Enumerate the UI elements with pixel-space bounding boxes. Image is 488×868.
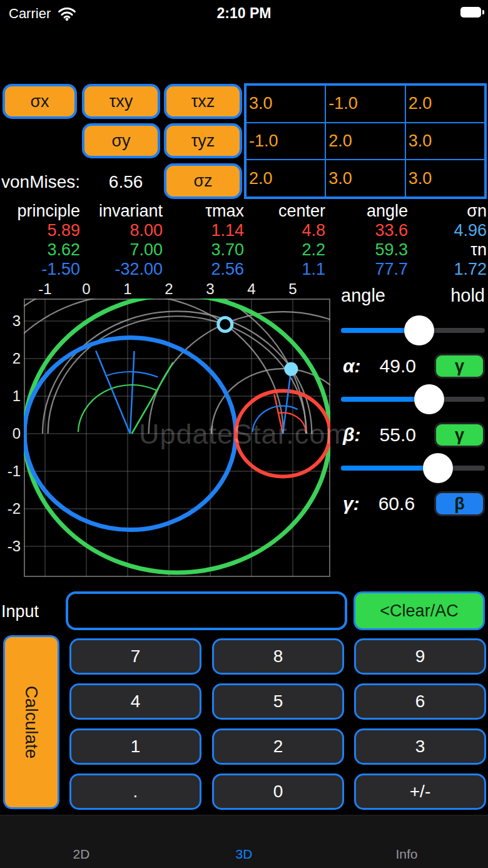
result-cell: 77.7 <box>325 260 408 279</box>
y-tick-label: -1 <box>0 462 21 480</box>
results-row: 5.898.001.144.833.64.96 <box>0 221 487 240</box>
tau-yz-button[interactable]: τyz <box>164 123 242 158</box>
y-tick-label: -3 <box>0 538 21 555</box>
result-cell: 1.14 <box>163 221 244 240</box>
construction-line <box>96 350 130 434</box>
angle-arc <box>252 406 297 432</box>
tab-2d[interactable]: 2D <box>31 847 131 862</box>
clear-ac-button[interactable]: <Clear/AC <box>353 591 485 630</box>
matrix-cell: 3.0 <box>405 160 485 197</box>
von-mises-row: vonMises: 6.56 <box>1 172 143 192</box>
carrier-label: Carrier <box>9 6 51 22</box>
result-cell: 4.8 <box>244 221 325 240</box>
key-8[interactable]: 8 <box>212 638 344 675</box>
mohr-circle-chart <box>24 299 330 577</box>
result-cell: angle <box>325 202 408 221</box>
tab-info[interactable]: Info <box>357 847 457 862</box>
matrix-cell: 3.0 <box>405 123 485 160</box>
alpha-slider[interactable] <box>341 315 485 345</box>
key-2[interactable]: 2 <box>212 728 344 765</box>
tab-bar: 2D3DInfo <box>0 815 488 868</box>
key-1[interactable]: 1 <box>69 728 201 765</box>
input-field[interactable] <box>66 591 347 630</box>
gamma-slider[interactable] <box>341 453 485 483</box>
sigma1-sigma3-circle <box>24 299 330 573</box>
slider-thumb[interactable] <box>414 384 444 414</box>
x-tick-label: -1 <box>33 280 58 298</box>
tau-xz-button[interactable]: τxz <box>164 84 242 119</box>
y-tick-label: 3 <box>0 312 21 330</box>
input-label: Input <box>1 602 39 621</box>
beta-slider[interactable] <box>341 384 485 414</box>
construction-line <box>130 351 135 434</box>
sigma-y-button[interactable]: σy <box>82 123 160 158</box>
key-3[interactable]: 3 <box>354 728 486 765</box>
result-cell: τmax <box>163 202 244 221</box>
beta-value: 55.0 <box>380 424 416 446</box>
slider-thumb[interactable] <box>404 315 434 345</box>
key-5[interactable]: 5 <box>212 683 344 720</box>
alpha-label: α: <box>343 355 361 377</box>
hold-header: hold <box>450 285 485 306</box>
key-7[interactable]: 7 <box>69 638 201 675</box>
clock: 2:10 PM <box>188 5 300 22</box>
key-9[interactable]: 9 <box>354 638 486 675</box>
x-tick-label: 1 <box>115 280 140 298</box>
results-header-row: principleinvariantτmaxcenterangleσn <box>0 202 487 221</box>
hold-gamma-button-1[interactable]: γ <box>434 354 485 379</box>
result-cell: 1.72 <box>408 260 487 279</box>
result-cell: 33.6 <box>325 221 408 240</box>
result-cell: -1.50 <box>0 260 80 279</box>
result-cell: 3.70 <box>163 240 244 260</box>
y-tick-label: 2 <box>0 350 21 367</box>
angle-arc <box>78 385 156 432</box>
alpha-value: 49.0 <box>380 355 416 377</box>
matrix-cell: 3.0 <box>325 160 405 197</box>
x-tick-label: 2 <box>156 280 181 298</box>
result-cell: 1.1 <box>244 260 325 279</box>
y-tick-label: 0 <box>0 425 21 442</box>
hold-beta-button[interactable]: β <box>434 491 485 516</box>
slider-thumb[interactable] <box>423 453 453 483</box>
sigma-z-button[interactable]: σz <box>164 163 242 199</box>
key-+/-[interactable]: +/- <box>354 774 486 810</box>
x-tick-label: 0 <box>74 280 99 298</box>
result-cell: 59.3 <box>325 240 408 260</box>
y-tick-label: -2 <box>0 500 21 518</box>
von-mises-value: 6.56 <box>109 172 143 191</box>
construction-line <box>132 362 173 434</box>
matrix-cell: 2.0 <box>325 123 405 160</box>
result-cell: 8.00 <box>80 221 163 240</box>
results-row: -1.50-32.002.561.177.71.72 <box>0 260 487 279</box>
result-cell: τn <box>408 240 487 260</box>
matrix-cell: -1.0 <box>325 85 405 123</box>
calculate-button[interactable]: Calculate <box>3 635 59 809</box>
results-row: 3.627.003.702.259.3τn <box>0 240 487 260</box>
sigma-prime-tau-prime-point <box>218 317 232 331</box>
result-cell: 4.96 <box>408 221 487 240</box>
result-cell: 3.62 <box>0 240 80 260</box>
key-6[interactable]: 6 <box>354 683 486 720</box>
gamma-value: 60.6 <box>379 493 415 514</box>
key-.[interactable]: . <box>69 774 201 810</box>
result-cell: 5.89 <box>0 221 80 240</box>
sigma-n-tau-n-point <box>284 362 298 376</box>
tau-xy-button[interactable]: τxy <box>82 84 160 119</box>
key-4[interactable]: 4 <box>69 683 201 720</box>
battery-icon <box>460 7 481 18</box>
app-root: Carrier 2:10 PM σx τxy τxz σy τyz σz von… <box>0 0 488 868</box>
construction-line <box>283 369 291 434</box>
tab-3d[interactable]: 3D <box>194 847 294 862</box>
result-cell: invariant <box>80 202 163 221</box>
key-0[interactable]: 0 <box>212 774 344 810</box>
wifi-icon <box>58 7 76 21</box>
matrix-cell: 2.0 <box>405 85 485 123</box>
calculate-label: Calculate <box>21 686 41 759</box>
matrix-cell: 2.0 <box>246 160 325 197</box>
result-cell: 2.56 <box>163 260 244 279</box>
hold-gamma-button-2[interactable]: γ <box>434 422 485 447</box>
gamma-label: γ: <box>343 493 360 514</box>
angle-header: angle <box>341 285 385 306</box>
angle-locus-arc <box>43 311 312 434</box>
sigma-x-button[interactable]: σx <box>3 84 77 119</box>
